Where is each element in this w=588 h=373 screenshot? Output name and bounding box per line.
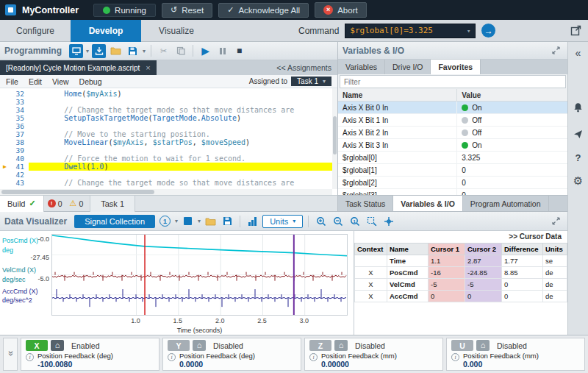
settings-button[interactable]: ⚙: [570, 173, 587, 189]
home-axis-button[interactable]: ⌂: [334, 340, 348, 351]
chart-zone[interactable]: PosCmd (X)deg-0.0-27.45VelCmd (X)deg/sec…: [0, 231, 354, 335]
import-program-icon[interactable]: [92, 44, 106, 58]
variable-row[interactable]: Axis X Bit 2 InOff: [338, 127, 567, 139]
variable-row[interactable]: $rglobal[3]0: [338, 189, 567, 195]
column-value[interactable]: Value: [457, 89, 567, 101]
signal-collection-button[interactable]: Signal Collection: [74, 215, 155, 228]
cursor-column-cursor-1[interactable]: Cursor 1: [429, 244, 465, 255]
save-collection-button[interactable]: [220, 214, 234, 228]
vertical-scrollbar[interactable]: [332, 88, 337, 189]
copy-button[interactable]: [173, 44, 187, 58]
horizontal-scrollbar[interactable]: [0, 189, 332, 195]
save-file-button[interactable]: [126, 44, 140, 58]
code-line[interactable]: 35 SetupTaskTargetMode(TargetMode.Absolu…: [0, 114, 337, 122]
cursor-data-row[interactable]: XVelCmd-5-50de: [355, 279, 567, 291]
save-dropdown-icon[interactable]: ▾: [143, 48, 146, 54]
cursor-column-units[interactable]: Units: [543, 244, 567, 255]
bottom-tab-program-automation[interactable]: Program Automation: [463, 196, 549, 211]
close-tab-icon[interactable]: ×: [146, 63, 150, 72]
scrollbar-thumb[interactable]: [333, 116, 337, 154]
units-dropdown[interactable]: Units ▾: [262, 215, 303, 228]
chart-canvas[interactable]: [52, 235, 347, 315]
stop-program-button[interactable]: ■: [232, 44, 246, 58]
menu-debug[interactable]: Debug: [79, 77, 102, 86]
variable-row[interactable]: Axis X Bit 1 InOff: [338, 114, 567, 127]
collapse-axes-bar-button[interactable]: «: [3, 338, 18, 371]
error-count[interactable]: ! 0: [48, 199, 62, 208]
home-axis-button[interactable]: ⌂: [476, 340, 490, 351]
tab-build[interactable]: Build ✓: [0, 196, 44, 212]
code-line[interactable]: 33: [0, 98, 337, 106]
command-dropdown-icon[interactable]: ▾: [467, 27, 470, 35]
zoom-fit-button[interactable]: 1: [348, 214, 362, 228]
file-tab[interactable]: [Readonly] Cycle Motion Example.ascript …: [0, 60, 157, 75]
assignments-collapsed-panel[interactable]: << Assignments: [276, 63, 331, 72]
expand-panel-button[interactable]: [549, 43, 563, 57]
tab-task-1[interactable]: Task 1: [90, 196, 135, 212]
info-icon[interactable]: i: [451, 353, 459, 361]
variable-row[interactable]: Axis X Bit 3 InOn: [338, 139, 567, 152]
column-name[interactable]: Name: [338, 89, 457, 101]
zoom-region-button[interactable]: [365, 214, 379, 228]
info-icon[interactable]: i: [309, 353, 318, 361]
y-axis-name[interactable]: AccCmd (X): [2, 288, 38, 295]
pan-crosshair-button[interactable]: [381, 214, 395, 228]
help-button[interactable]: ?: [570, 149, 587, 166]
tab-configure[interactable]: Configure: [0, 20, 71, 42]
pause-program-button[interactable]: [215, 44, 229, 58]
abort-button[interactable]: × Abort: [315, 2, 367, 18]
menu-file[interactable]: File: [6, 77, 18, 86]
axis-z-button[interactable]: Z: [309, 340, 331, 351]
expand-visualizer-button[interactable]: [549, 214, 563, 228]
tab-develop[interactable]: Develop: [71, 20, 141, 42]
acknowledge-all-button[interactable]: ✓ Acknowledge All: [218, 3, 309, 18]
code-line[interactable]: 38 MoveLinear($myAxis, $startPos, $moveS…: [0, 138, 337, 146]
zoom-out-button[interactable]: [331, 214, 345, 228]
run-program-button[interactable]: ▶: [198, 44, 212, 58]
warning-count[interactable]: ⚠ 0: [70, 199, 84, 208]
info-icon[interactable]: i: [26, 353, 34, 361]
variables-tab-favorites[interactable]: Favorites: [431, 60, 481, 74]
console-dropdown-icon[interactable]: ▾: [86, 48, 89, 54]
code-line[interactable]: 32 Home($myAxis): [0, 90, 337, 98]
variable-row[interactable]: $rglobal[1]0: [338, 164, 567, 177]
controller-status[interactable]: Running: [93, 4, 156, 17]
menu-edit[interactable]: Edit: [29, 77, 42, 86]
bottom-tab-variables-i-o[interactable]: Variables & I/O: [393, 196, 463, 211]
code-line[interactable]: 37 // Move to the starting position.: [0, 130, 337, 138]
cursor-data-row[interactable]: XAccCmd000de: [355, 291, 567, 302]
code-editor[interactable]: 32 Home($myAxis)3334 // Change the targe…: [0, 88, 337, 195]
notifications-button[interactable]: [570, 99, 587, 116]
plot-style-button[interactable]: [181, 214, 195, 228]
chart-plot-area[interactable]: [51, 234, 348, 316]
cut-button[interactable]: ✂: [157, 44, 171, 58]
cursor-data-row[interactable]: Time1.12.871.77se: [355, 255, 567, 267]
variable-row[interactable]: $rglobal[0]3.325: [338, 152, 567, 164]
open-file-button[interactable]: [109, 44, 123, 58]
open-collection-button[interactable]: [204, 214, 218, 228]
cursor-column-context[interactable]: Context: [355, 244, 387, 255]
code-line[interactable]: ▶41 Dwell(1.0): [0, 163, 337, 171]
reset-button[interactable]: ↺ Reset: [162, 3, 212, 18]
y-axis-name[interactable]: PosCmd (X): [2, 237, 38, 244]
variables-tab-drive-i-o[interactable]: Drive I/O: [385, 60, 431, 74]
collection-dropdown-icon[interactable]: ▾: [175, 218, 178, 224]
command-execute-button[interactable]: →: [481, 24, 495, 38]
collection-number-button[interactable]: 1: [158, 214, 172, 228]
code-line[interactable]: 40 // Force the motion to wait for 1 sec…: [0, 154, 337, 163]
axis-y-button[interactable]: Y: [168, 340, 190, 351]
cursor-column-difference[interactable]: Difference: [502, 244, 543, 255]
console-icon[interactable]: [69, 44, 83, 58]
code-line[interactable]: 39: [0, 146, 337, 154]
home-axis-button[interactable]: ⌂: [51, 340, 64, 351]
axis-u-button[interactable]: U: [451, 340, 473, 351]
send-feedback-button[interactable]: [570, 126, 587, 142]
chart-type-button[interactable]: [245, 214, 259, 228]
code-line[interactable]: 36: [0, 122, 337, 130]
zoom-in-button[interactable]: [314, 214, 328, 228]
cursor-column-cursor-2[interactable]: Cursor 2: [465, 244, 502, 255]
home-axis-button[interactable]: ⌂: [193, 340, 206, 351]
filter-input[interactable]: [340, 75, 566, 88]
code-line[interactable]: 43 // Change the target mode so that mov…: [0, 179, 337, 187]
axis-x-button[interactable]: X: [26, 340, 48, 351]
